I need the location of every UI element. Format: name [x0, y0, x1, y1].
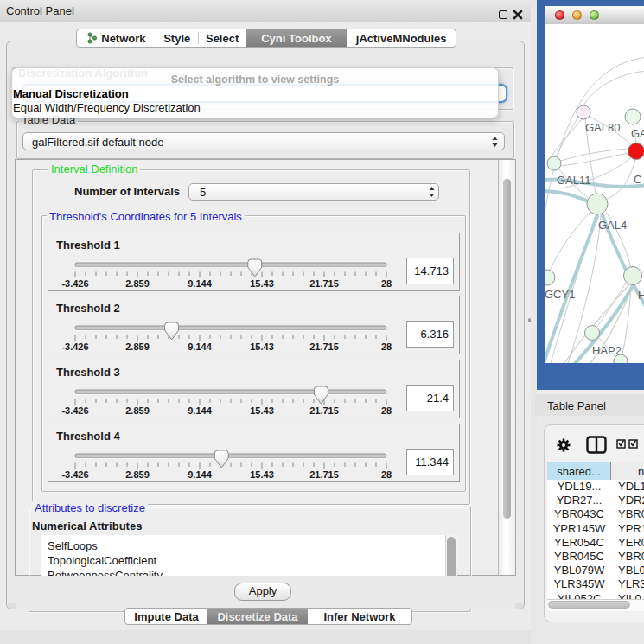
svg-text:15.43: 15.43 [250, 469, 274, 480]
svg-text:-3.426: -3.426 [61, 341, 88, 352]
svg-text:28: 28 [381, 341, 392, 352]
svg-text:GCY1: GCY1 [545, 288, 575, 301]
svg-text:21.715: 21.715 [309, 469, 339, 480]
svg-text:-3.426: -3.426 [61, 405, 88, 416]
svg-text:-3.426: -3.426 [61, 278, 88, 289]
svg-text:2.859: 2.859 [125, 278, 150, 289]
svg-text:-3.426: -3.426 [61, 469, 88, 480]
svg-text:2.859: 2.859 [125, 341, 150, 352]
svg-text:H: H [638, 289, 644, 302]
svg-text:C: C [634, 173, 641, 186]
svg-text:2.859: 2.859 [125, 405, 150, 416]
svg-text:9.144: 9.144 [188, 469, 212, 480]
svg-text:GAL80: GAL80 [585, 121, 620, 134]
svg-text:GA: GA [631, 127, 644, 140]
svg-text:28: 28 [381, 469, 392, 480]
svg-text:9.144: 9.144 [188, 405, 212, 416]
svg-text:21.715: 21.715 [309, 405, 339, 416]
svg-text:21.715: 21.715 [309, 278, 339, 289]
svg-text:15.43: 15.43 [250, 405, 274, 416]
svg-text:GAL4: GAL4 [598, 219, 627, 232]
svg-text:28: 28 [381, 278, 392, 289]
svg-text:28: 28 [381, 405, 392, 416]
svg-text:GAL11: GAL11 [557, 174, 591, 187]
svg-text:2.859: 2.859 [125, 469, 150, 480]
svg-text:21.715: 21.715 [309, 341, 339, 352]
svg-text:9.144: 9.144 [188, 341, 212, 352]
svg-text:HAP2: HAP2 [592, 344, 622, 357]
svg-text:15.43: 15.43 [250, 341, 274, 352]
svg-text:15.43: 15.43 [250, 278, 274, 289]
svg-text:9.144: 9.144 [188, 278, 212, 289]
